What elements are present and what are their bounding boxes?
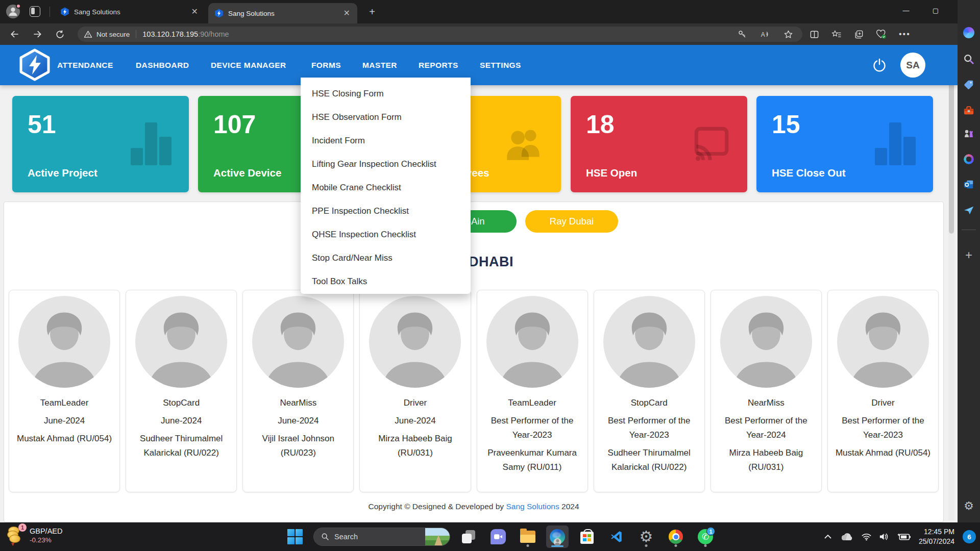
shopping-tag-icon[interactable] <box>963 79 975 91</box>
tab-search-icon[interactable] <box>30 6 40 17</box>
games-icon[interactable] <box>963 128 975 140</box>
weather-landscape-thumbnail <box>425 528 450 546</box>
performer-name: Mustak Ahmad (RU/054) <box>836 446 930 460</box>
performer-period: Best Performer of the Year-2023 <box>836 414 930 442</box>
sidebar-divider <box>962 230 976 230</box>
vs-code-button[interactable] <box>605 525 628 548</box>
favorites-icon[interactable] <box>831 30 842 39</box>
battery-plugged-icon[interactable] <box>897 533 911 541</box>
password-key-icon[interactable] <box>738 30 747 39</box>
menu-item-tool-box-talks[interactable]: Tool Box Talks <box>301 270 471 293</box>
site-favicon <box>214 9 224 18</box>
sidebar-search-icon[interactable] <box>963 53 975 65</box>
whatsapp-button[interactable]: ✆1 <box>694 525 717 548</box>
edge-profile-overlay-icon <box>554 538 561 546</box>
settings-more-icon[interactable]: ••• <box>899 30 911 39</box>
toolbox-icon[interactable] <box>963 105 975 117</box>
nav-item-attendance[interactable]: ATTENDANCE <box>57 45 113 85</box>
start-button[interactable] <box>284 525 306 548</box>
split-screen-icon[interactable] <box>810 30 819 39</box>
system-tray: 12:45 PM 25/07/2024 6 <box>824 522 976 551</box>
tray-chevron-icon[interactable] <box>824 534 832 539</box>
sidebar-add-icon[interactable]: + <box>963 249 975 261</box>
outlook-icon[interactable] <box>963 179 975 191</box>
people-icon <box>503 121 547 165</box>
browser-essentials-icon[interactable] <box>876 30 887 39</box>
wifi-icon[interactable] <box>862 533 871 541</box>
notification-badge[interactable]: 6 <box>963 530 976 543</box>
read-aloud-icon[interactable]: A <box>760 30 770 39</box>
toolbar-icons: ••• <box>810 23 911 45</box>
address-bar[interactable]: Not secure 103.120.178.195 :90/home A <box>78 27 802 42</box>
browser-tab-strip: Sang Solutions ✕ Sang Solutions ✕ + — ▢ … <box>0 0 980 23</box>
profile-status-dot <box>16 4 21 9</box>
menu-item-hse-observation-form[interactable]: HSE Observation Form <box>301 106 471 129</box>
back-button[interactable] <box>7 27 22 42</box>
collections-icon[interactable] <box>854 30 864 39</box>
forward-button[interactable] <box>30 27 45 42</box>
performer-card: StopCardJune-2024Sudheer Thirumalmel Kal… <box>126 290 237 492</box>
performer-card: NearMissBest Performer of the Year-2024M… <box>710 290 822 492</box>
taskbar-stock-widget[interactable]: 1 ▼ GBP/AED -0.23% <box>7 525 62 545</box>
avatar-placeholder <box>252 296 344 388</box>
browser-tab-1[interactable]: Sang Solutions ✕ <box>54 0 205 23</box>
logout-power-icon[interactable] <box>872 58 887 73</box>
tab-close-icon[interactable]: ✕ <box>342 9 351 17</box>
nav-item-settings[interactable]: SETTINGS <box>480 45 521 85</box>
taskbar-search[interactable]: Search <box>313 528 450 546</box>
nav-item-dashboard[interactable]: DASHBOARD <box>136 45 189 85</box>
chrome-button[interactable] <box>665 525 687 548</box>
menu-item-stop-card-near-miss[interactable]: Stop Card/Near Miss <box>301 246 471 270</box>
performer-name: Praveenkumar Kumara Samy (RU/011) <box>485 446 580 474</box>
sang-solutions-logo[interactable] <box>18 48 51 81</box>
avatar-placeholder <box>603 296 695 388</box>
microsoft-store-button[interactable] <box>576 525 598 548</box>
forms-dropdown-menu: HSE Closing Form HSE Observation Form In… <box>301 78 471 294</box>
minimize-button[interactable]: — <box>891 0 921 20</box>
filter-button-ray-dubai[interactable]: Ray Dubai <box>525 210 618 233</box>
avatar-placeholder <box>369 296 461 388</box>
svg-text:A: A <box>761 31 765 38</box>
menu-item-lifting-gear-checklist[interactable]: Lifting Gear Inspection Checklist <box>301 153 471 176</box>
performer-period: June-2024 <box>134 414 229 428</box>
footer-year: 2024 <box>561 502 579 511</box>
browser-profile-icon[interactable] <box>6 5 20 18</box>
volume-icon[interactable] <box>879 533 889 541</box>
refresh-button[interactable] <box>52 27 67 42</box>
page-scrollbar[interactable] <box>948 47 954 520</box>
stat-label: Active Project <box>28 167 97 179</box>
performer-title: Driver <box>368 396 462 410</box>
teams-chat-button[interactable] <box>487 525 509 548</box>
microsoft-365-icon[interactable] <box>963 153 975 165</box>
performer-card: StopCardBest Performer of the Year-2023S… <box>594 290 705 492</box>
bar-chart-icon <box>875 121 919 165</box>
cast-screen-icon <box>689 121 733 165</box>
performer-period: June-2024 <box>251 414 346 428</box>
menu-item-incident-form[interactable]: Incident Form <box>301 129 471 153</box>
edge-browser-button[interactable] <box>546 525 569 548</box>
sidebar-settings-icon[interactable]: ⚙ <box>963 500 975 512</box>
menu-item-qhse-inspection-checklist[interactable]: QHSE Inspection Checklist <box>301 223 471 246</box>
whatsapp-icon: ✆1 <box>698 529 713 544</box>
onedrive-icon[interactable] <box>840 533 853 541</box>
down-arrow-icon: ▼ <box>10 541 15 547</box>
file-explorer-button[interactable] <box>517 525 539 548</box>
menu-item-ppe-inspection-checklist[interactable]: PPE Inspection Checklist <box>301 199 471 223</box>
menu-item-mobile-crane-checklist[interactable]: Mobile Crane Checklist <box>301 176 471 199</box>
maximize-button[interactable]: ▢ <box>921 0 950 20</box>
tab-close-icon[interactable]: ✕ <box>190 8 199 16</box>
performer-title: NearMiss <box>719 396 814 410</box>
stat-label: HSE Close Out <box>772 167 846 179</box>
settings-button[interactable]: ⚙ <box>635 525 657 548</box>
task-view-button[interactable] <box>457 525 480 548</box>
browser-tab-2-active[interactable]: Sang Solutions ✕ <box>208 3 357 23</box>
menu-item-hse-closing-form[interactable]: HSE Closing Form <box>301 82 471 106</box>
footer-link[interactable]: Sang Solutions <box>506 502 559 511</box>
user-avatar[interactable]: SA <box>900 53 925 78</box>
taskbar-clock[interactable]: 12:45 PM 25/07/2024 <box>919 527 954 546</box>
copilot-icon[interactable] <box>963 27 975 39</box>
favorite-star-icon[interactable] <box>783 30 793 39</box>
new-tab-button[interactable]: + <box>365 5 379 18</box>
nav-item-device-manager[interactable]: DEVICE MANAGER <box>211 45 286 85</box>
drop-send-icon[interactable] <box>963 204 975 216</box>
